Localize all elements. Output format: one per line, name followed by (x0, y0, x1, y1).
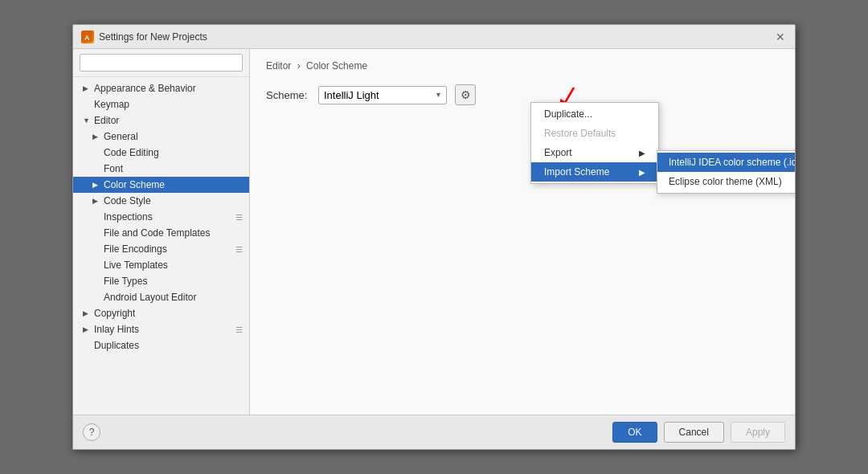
sidebar-item-label: Editor (94, 115, 119, 126)
sidebar-item-inspections[interactable]: Inspections ☰ (73, 209, 249, 225)
submenu-item-eclipse-theme[interactable]: Eclipse color theme (XML) (657, 172, 795, 191)
expand-icon: ▶ (83, 309, 91, 317)
footer-right: OK Cancel Apply (612, 422, 785, 443)
sidebar-item-general[interactable]: ▶ General (73, 129, 249, 145)
scheme-select[interactable]: IntelliJ Light Darcula High Contrast (318, 86, 447, 104)
menu-item-label: Export (544, 147, 572, 158)
footer-left: ? (83, 423, 100, 441)
sidebar-item-appearance[interactable]: ▶ Appearance & Behavior (73, 80, 249, 96)
main-content: Editor › Color Scheme Scheme: IntelliJ L… (250, 49, 795, 415)
sidebar-item-label: Code Editing (104, 147, 159, 158)
apply-button[interactable]: Apply (731, 422, 785, 443)
cancel-button[interactable]: Cancel (664, 422, 724, 443)
sidebar-item-file-templates[interactable]: File and Code Templates (73, 225, 249, 241)
sidebar-item-file-encodings[interactable]: File Encodings ☰ (73, 241, 249, 257)
scheme-label: Scheme: (266, 89, 310, 101)
sidebar-item-label: Android Layout Editor (104, 292, 196, 303)
help-button[interactable]: ? (83, 423, 100, 441)
submenu-item-label: IntelliJ IDEA color scheme (.icls) or se… (669, 157, 795, 168)
dialog-title: Settings for New Projects (99, 31, 207, 43)
sidebar-item-keymap[interactable]: Keymap (73, 96, 249, 112)
sidebar-item-label: Duplicates (94, 340, 139, 351)
search-input[interactable] (80, 54, 243, 72)
sidebar-item-label: File Encodings (104, 243, 167, 255)
title-bar-left: A Settings for New Projects (81, 31, 207, 43)
sidebar-item-label: Color Scheme (104, 179, 165, 190)
expand-icon: ▶ (83, 325, 91, 333)
encodings-badge: ☰ (235, 245, 243, 254)
tree-list: ▶ Appearance & Behavior Keymap ▼ Editor … (73, 77, 249, 415)
gear-button[interactable]: ⚙ (455, 84, 476, 105)
dialog-body: ▶ Appearance & Behavior Keymap ▼ Editor … (73, 49, 795, 415)
sidebar-item-label: Font (104, 163, 123, 174)
sidebar-item-label: Live Templates (104, 259, 168, 271)
expand-icon: ▼ (83, 116, 91, 125)
sidebar: ▶ Appearance & Behavior Keymap ▼ Editor … (73, 49, 250, 415)
sidebar-item-label: Copyright (94, 308, 135, 319)
sidebar-item-label: Code Style (104, 195, 151, 206)
menu-item-export[interactable]: Export ▶ (531, 143, 658, 162)
close-button[interactable]: ✕ (774, 31, 787, 43)
breadcrumb-part-editor: Editor (266, 60, 291, 72)
breadcrumb-sep: › (297, 60, 301, 72)
menu-item-label: Duplicate... (544, 108, 592, 120)
sidebar-item-duplicates[interactable]: Duplicates (73, 337, 249, 353)
expand-icon: ▶ (92, 197, 100, 205)
svg-text:A: A (84, 34, 90, 42)
breadcrumb: Editor › Color Scheme (266, 60, 779, 72)
expand-icon: ▶ (83, 84, 91, 92)
settings-dialog: A Settings for New Projects ✕ ▶ Appearan… (72, 24, 796, 450)
breadcrumb-part-color-scheme: Color Scheme (306, 60, 367, 72)
sidebar-item-label: Inlay Hints (94, 324, 139, 335)
inlay-hints-badge: ☰ (235, 325, 243, 334)
scheme-row: Scheme: IntelliJ Light Darcula High Cont… (266, 84, 779, 105)
sidebar-item-label: General (104, 131, 138, 142)
sidebar-item-file-types[interactable]: File Types (73, 273, 249, 289)
submenu-arrow-icon: ▶ (639, 149, 645, 157)
sidebar-item-live-templates[interactable]: Live Templates (73, 257, 249, 273)
sidebar-item-font[interactable]: Font (73, 161, 249, 177)
menu-item-duplicate[interactable]: Duplicate... (531, 104, 658, 124)
sidebar-item-copyright[interactable]: ▶ Copyright (73, 305, 249, 321)
sidebar-item-label: Appearance & Behavior (94, 83, 196, 94)
scheme-select-wrapper: IntelliJ Light Darcula High Contrast (318, 86, 447, 104)
sidebar-item-label: Keymap (94, 99, 129, 110)
dialog-footer: ? OK Cancel Apply (73, 415, 795, 449)
app-icon: A (81, 31, 94, 43)
sidebar-item-color-scheme[interactable]: ▶ Color Scheme (73, 177, 249, 193)
menu-item-restore-defaults[interactable]: Restore Defaults (531, 124, 658, 143)
ok-button[interactable]: OK (612, 422, 657, 443)
menu-item-label: Restore Defaults (544, 128, 616, 139)
submenu-arrow-icon: ▶ (639, 168, 645, 177)
sidebar-item-label: File Types (104, 276, 147, 287)
sidebar-item-label: File and Code Templates (104, 227, 211, 239)
sidebar-item-label: Inspections (104, 211, 153, 223)
inspections-badge: ☰ (235, 213, 243, 222)
submenu-item-intellij-scheme[interactable]: IntelliJ IDEA color scheme (.icls) or se… (657, 153, 795, 172)
menu-item-label: Import Scheme (544, 166, 609, 178)
dropdown-menu: Duplicate... Restore Defaults Export ▶ I… (530, 102, 659, 184)
menu-item-import-scheme[interactable]: Import Scheme ▶ (531, 162, 658, 182)
sidebar-item-code-editing[interactable]: Code Editing (73, 145, 249, 161)
sidebar-item-code-style[interactable]: ▶ Code Style (73, 193, 249, 209)
sidebar-item-android-layout[interactable]: Android Layout Editor (73, 289, 249, 305)
submenu: IntelliJ IDEA color scheme (.icls) or se… (657, 150, 795, 194)
expand-icon: ▶ (92, 133, 100, 141)
expand-icon: ▶ (92, 181, 100, 189)
sidebar-item-editor[interactable]: ▼ Editor (73, 112, 249, 129)
submenu-item-label: Eclipse color theme (XML) (669, 176, 782, 187)
sidebar-item-inlay-hints[interactable]: ▶ Inlay Hints ☰ (73, 321, 249, 337)
title-bar: A Settings for New Projects ✕ (73, 25, 795, 49)
search-box (73, 49, 249, 77)
